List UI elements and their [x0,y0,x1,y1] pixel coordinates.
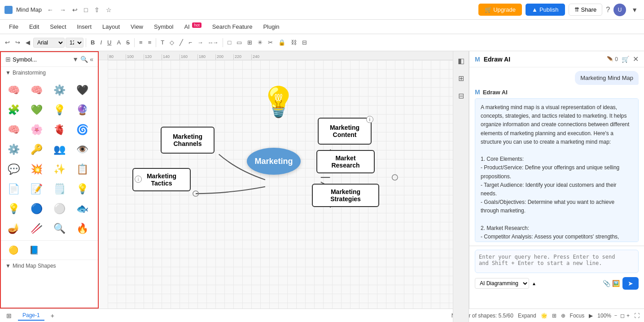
icon-dark-brain[interactable]: 🔮 [73,101,91,119]
italic-btn[interactable]: I [98,38,104,47]
sidebar-expand-btn[interactable]: ▼ [72,56,79,63]
rp-cart-btn[interactable]: 🛒 [622,56,629,63]
page-tab-1[interactable]: Page-1 [18,311,44,321]
share-button[interactable]: ⇈ Share [569,4,603,16]
align-btn2[interactable]: ≡ [146,38,154,47]
shape-blue-rect[interactable]: 📘 [25,243,43,257]
icon-bulb-white[interactable]: ⚪ [50,200,68,218]
dash-btn[interactable]: --→ [206,38,221,47]
export-icon[interactable]: ⇧ [92,5,101,14]
icon-star-yellow[interactable]: ✨ [50,160,68,178]
icon-pencil-doc[interactable]: 📝 [27,180,45,198]
help-button[interactable]: ? [606,6,610,14]
prev-toolbar[interactable]: ◀ [23,38,32,47]
zoom-fit-btn[interactable]: ◻ [620,313,625,319]
icon-brain-puzzle[interactable]: 🧠 [27,81,45,99]
fullscreen-btn[interactable]: ⛶ [634,313,640,319]
link-btn[interactable]: ⛓ [289,38,299,47]
expand-btn[interactable]: Expand [518,313,536,319]
menu-file[interactable]: File [4,22,23,32]
ai-mode-select[interactable]: AI Diagramming [475,278,529,289]
node-marketing-central[interactable]: Marketing [247,148,301,175]
section-mind-map[interactable]: ▼ Mind Map Shapes [1,260,98,272]
crop-btn[interactable]: ✂ [266,38,275,47]
strikethrough-btn[interactable]: S̶ [124,38,132,47]
icon-burst-red[interactable]: 💥 [27,160,45,178]
menu-ai[interactable]: AI hot [180,21,206,32]
icon-doc-cartoon[interactable]: 📋 [73,160,91,178]
shape-btn[interactable]: □ [225,38,233,47]
icon-chat-yellow[interactable]: 💬 [4,160,22,178]
sidebar-search-btn[interactable]: 🔍 [80,56,88,63]
rp-close-btn[interactable]: ✕ [633,55,639,63]
avatar[interactable]: U [613,4,626,16]
icon-gray-brain[interactable]: 🫀 [50,121,68,139]
dropdown-btn[interactable]: ▼ [630,5,640,14]
icon-magnifier[interactable]: 🔍 [50,220,68,238]
node-market-research[interactable]: Market Research [316,150,375,173]
node-marketing-strategies[interactable]: Marketing Strategies [312,184,379,207]
zoom-out-btn[interactable]: － [613,312,618,319]
style-panel-btn[interactable]: ◧ [456,55,466,67]
shape-yellow-box[interactable]: 🟡 [4,243,22,257]
menu-symbol[interactable]: Symbol [149,22,178,32]
font-size-select[interactable]: 12 [66,38,83,48]
info-icon-tactics[interactable]: i [135,176,142,183]
add-page-btn[interactable]: + [49,311,56,320]
grid-view-btn[interactable]: ⊟ [456,90,466,102]
star-icon[interactable]: ☆ [104,5,114,14]
line-btn[interactable]: ╱ [177,38,185,47]
node-marketing-content[interactable]: MarketingContent i [318,118,372,145]
publish-button[interactable]: ▲ Publish [526,4,565,16]
icon-red-brain[interactable]: 🧠 [4,121,22,139]
icon-team-orange[interactable]: 👥 [50,141,68,159]
icon-fish-bulb[interactable]: 🐟 [73,200,91,218]
menu-search-feature[interactable]: Search Feature [208,22,257,32]
icon-flame[interactable]: 🔥 [73,220,91,238]
icon-key-yellow[interactable]: 🔑 [27,141,45,159]
shape2-btn[interactable]: ▭ [234,38,244,47]
icon-bulb-teal[interactable]: 🔵 [27,200,45,218]
icon-bulb-bright[interactable]: 💡 [4,200,22,218]
bold-btn[interactable]: B [88,38,97,47]
menu-edit[interactable]: Edit [25,22,44,32]
file-attach-btn[interactable]: 📎 [603,280,610,287]
section-brainstorming[interactable]: ▼ Brainstorming [1,67,98,79]
redo-toolbar[interactable]: ↪ [13,38,22,47]
icon-puzzle-person[interactable]: 🧩 [4,101,22,119]
icon-gear-orange[interactable]: ⚙️ [4,141,22,159]
align-center-btn[interactable]: ≡ [137,38,145,47]
node-marketing-channels[interactable]: MarketingChannels [161,127,215,154]
arrow-btn[interactable]: → [195,38,206,47]
forward-btn[interactable]: → [58,5,68,14]
lock-btn[interactable]: 🔒 [276,38,288,47]
underline-btn[interactable]: U [105,38,114,47]
icon-stick-orange[interactable]: 🥢 [27,220,45,238]
zoom-in-btn[interactable]: + [626,313,630,319]
layers-icon-btn[interactable]: ⊞ [552,313,556,319]
font-color-btn[interactable]: A [114,38,123,47]
undo-toolbar[interactable]: ↩ [3,38,12,47]
maximize-icon[interactable]: □ [82,5,89,14]
chat-input-field[interactable] [475,250,639,273]
image-btn[interactable]: 🖼️ [612,280,620,287]
info-icon-content[interactable]: i [366,116,373,123]
menu-layout[interactable]: Layout [98,22,124,32]
upgrade-button[interactable]: 🛒 Upgrade [478,4,522,16]
menu-select[interactable]: Select [45,22,70,32]
icon-lightbulb-person[interactable]: 🧠 [4,81,22,99]
icon-hand-idea[interactable]: 💡 [50,101,68,119]
icon-dark-head[interactable]: 🖤 [73,81,91,99]
fill-btn[interactable]: ◇ [167,38,176,47]
chat-send-btn[interactable]: ➤ [622,277,639,290]
menu-plugin[interactable]: Plugin [258,22,284,32]
icon-notepad[interactable]: 🗒️ [50,180,68,198]
menu-view[interactable]: View [126,22,148,32]
back-btn[interactable]: ← [45,5,55,14]
font-select[interactable]: Arial [33,38,65,48]
icon-bulb-yellow[interactable]: 💡 [73,180,91,198]
sidebar-close-btn[interactable]: « [90,56,93,63]
menu-insert[interactable]: Insert [73,22,96,32]
icon-spiral-brain[interactable]: 🌀 [73,121,91,139]
icon-eye-teal[interactable]: 👁️ [73,141,91,159]
